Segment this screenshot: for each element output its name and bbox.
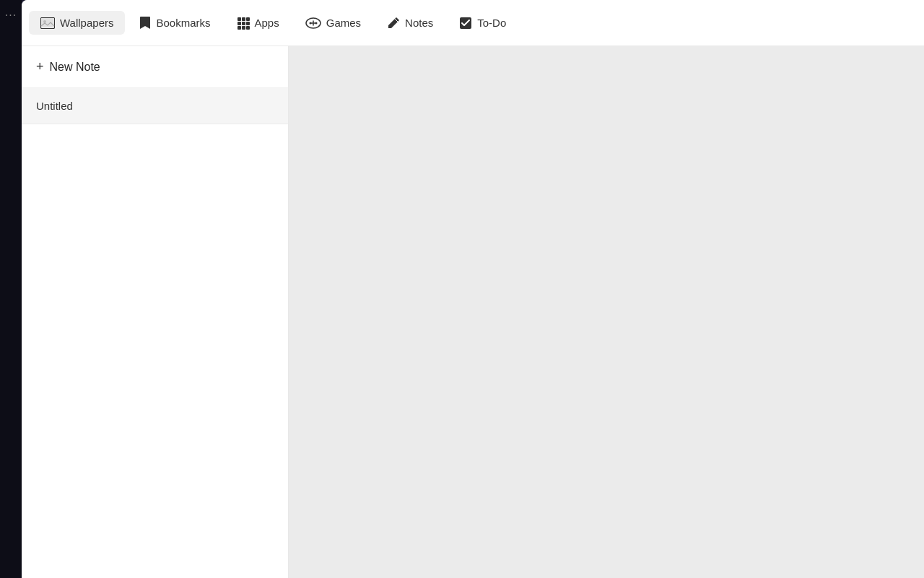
- left-edge-strip: ···: [0, 0, 22, 578]
- nav-item-apps[interactable]: Apps: [225, 11, 291, 35]
- wallpapers-icon: [40, 17, 55, 29]
- svg-rect-5: [246, 17, 250, 21]
- main-container: Wallpapers Bookmarks: [22, 0, 924, 578]
- notes-sidebar: + New Note Untitled: [22, 46, 289, 578]
- nav-item-notes[interactable]: Notes: [375, 11, 445, 35]
- nav-item-wallpapers[interactable]: Wallpapers: [29, 11, 125, 35]
- notes-icon: [387, 17, 400, 30]
- apps-icon: [237, 17, 250, 30]
- nav-apps-label: Apps: [255, 17, 279, 29]
- nav-wallpapers-label: Wallpapers: [60, 17, 113, 29]
- dots-icon: ···: [5, 9, 17, 22]
- svg-rect-10: [242, 26, 245, 30]
- content-area: + New Note Untitled: [22, 46, 924, 578]
- svg-rect-9: [237, 26, 241, 30]
- todo-icon: [459, 17, 472, 30]
- svg-rect-11: [246, 26, 250, 30]
- new-note-button[interactable]: + New Note: [22, 46, 288, 88]
- nav-notes-label: Notes: [405, 17, 433, 29]
- svg-rect-1: [41, 18, 54, 27]
- nav-item-games[interactable]: Games: [294, 11, 372, 35]
- note-item-untitled[interactable]: Untitled: [22, 88, 288, 124]
- notes-editor[interactable]: [289, 46, 924, 578]
- nav-item-bookmarks[interactable]: Bookmarks: [128, 10, 222, 36]
- svg-rect-8: [246, 22, 250, 25]
- nav-games-label: Games: [326, 17, 361, 29]
- nav-bar: Wallpapers Bookmarks: [22, 0, 924, 46]
- note-title: Untitled: [36, 100, 73, 112]
- new-note-label: New Note: [50, 61, 100, 74]
- svg-rect-3: [237, 17, 241, 21]
- bookmarks-icon: [139, 16, 151, 30]
- nav-bookmarks-label: Bookmarks: [156, 17, 210, 29]
- plus-icon: +: [36, 59, 44, 74]
- nav-todo-label: To-Do: [477, 17, 506, 29]
- nav-item-todo[interactable]: To-Do: [448, 11, 518, 35]
- svg-rect-7: [242, 22, 245, 25]
- games-icon: [305, 17, 321, 29]
- svg-rect-4: [242, 17, 245, 21]
- svg-rect-6: [237, 22, 241, 25]
